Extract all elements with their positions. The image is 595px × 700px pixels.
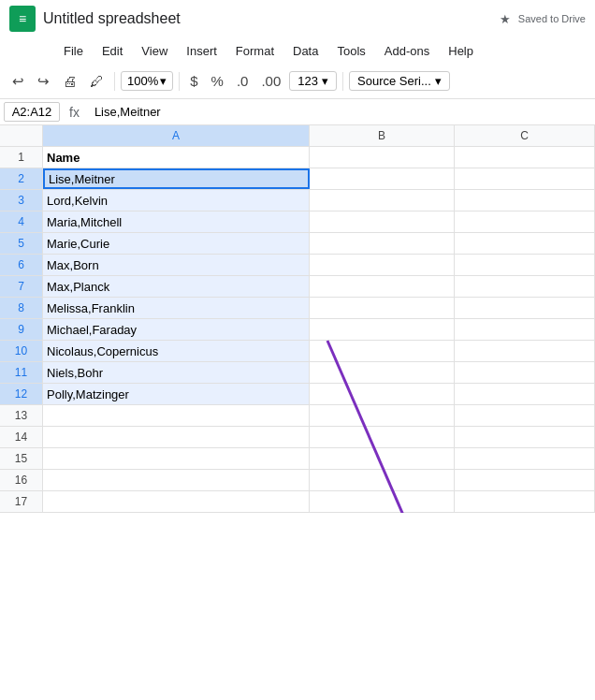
- row-number-7[interactable]: 7: [0, 276, 43, 297]
- undo-button[interactable]: ↩: [7, 70, 29, 93]
- cell-a-5[interactable]: Marie,Curie: [43, 233, 310, 254]
- row-number-15[interactable]: 15: [0, 448, 43, 469]
- cell-b-13[interactable]: [310, 405, 455, 426]
- cell-b-14[interactable]: [310, 427, 455, 447]
- cell-b-7[interactable]: [310, 276, 455, 297]
- table-row: 7Max,Planck: [0, 276, 595, 298]
- cell-a-1[interactable]: Name: [43, 147, 310, 168]
- dollar-button[interactable]: $: [185, 70, 202, 92]
- cell-c-13[interactable]: [455, 405, 595, 426]
- star-icon[interactable]: ★: [500, 12, 511, 26]
- cell-b-12[interactable]: [310, 384, 455, 404]
- cell-c-5[interactable]: [455, 233, 595, 254]
- menu-item-tools[interactable]: Tools: [329, 42, 372, 60]
- cell-a-17[interactable]: [43, 491, 310, 512]
- row-number-16[interactable]: 16: [0, 470, 43, 490]
- menu-item-file[interactable]: File: [56, 42, 91, 60]
- row-number-8[interactable]: 8: [0, 298, 43, 318]
- cell-c-8[interactable]: [455, 298, 595, 318]
- cell-a-7[interactable]: Max,Planck: [43, 276, 310, 297]
- cell-a-15[interactable]: [43, 448, 310, 469]
- cell-b-4[interactable]: [310, 211, 455, 232]
- cell-b-2[interactable]: [310, 168, 455, 189]
- sheets-logo: ≡: [9, 6, 36, 32]
- cell-a-3[interactable]: Lord,Kelvin: [43, 190, 310, 211]
- cell-c-12[interactable]: [455, 384, 595, 404]
- row-number-3[interactable]: 3: [0, 190, 43, 211]
- cell-a-14[interactable]: [43, 427, 310, 447]
- row-number-13[interactable]: 13: [0, 405, 43, 426]
- cell-b-6[interactable]: [310, 255, 455, 275]
- toolbar: ↩ ↪ 🖨 🖊 100% ▾ $ % .0 .00 123 ▾ Source S…: [0, 64, 595, 99]
- paint-button[interactable]: 🖊: [85, 70, 109, 92]
- cell-b-9[interactable]: [310, 319, 455, 340]
- menu-item-view[interactable]: View: [134, 42, 175, 60]
- formula-input[interactable]: Lise,Meitner: [89, 103, 591, 121]
- cell-b-11[interactable]: [310, 362, 455, 383]
- cell-a-2[interactable]: Lise,Meitner: [43, 168, 310, 189]
- cell-c-4[interactable]: [455, 211, 595, 232]
- cell-c-17[interactable]: [455, 491, 595, 512]
- cell-b-5[interactable]: [310, 233, 455, 254]
- spreadsheet-title[interactable]: Untitled spreadsheet: [43, 10, 492, 27]
- cell-a-10[interactable]: Nicolaus,Copernicus: [43, 341, 310, 361]
- cell-b-3[interactable]: [310, 190, 455, 211]
- cell-b-15[interactable]: [310, 448, 455, 469]
- cell-a-16[interactable]: [43, 470, 310, 490]
- row-number-10[interactable]: 10: [0, 341, 43, 361]
- col-header-c[interactable]: C: [455, 125, 595, 146]
- menu-item-edit[interactable]: Edit: [94, 42, 130, 60]
- redo-button[interactable]: ↪: [33, 70, 54, 93]
- row-number-2[interactable]: 2: [0, 168, 43, 189]
- decimal-one-button[interactable]: .0: [232, 70, 254, 92]
- menu-item-format[interactable]: Format: [228, 42, 282, 60]
- menu-item-help[interactable]: Help: [441, 42, 481, 60]
- cell-c-1[interactable]: [455, 147, 595, 168]
- cell-c-9[interactable]: [455, 319, 595, 340]
- row-number-9[interactable]: 9: [0, 319, 43, 340]
- cell-b-16[interactable]: [310, 470, 455, 490]
- percent-button[interactable]: %: [207, 70, 228, 92]
- cell-c-6[interactable]: [455, 255, 595, 275]
- row-number-17[interactable]: 17: [0, 491, 43, 512]
- row-number-14[interactable]: 14: [0, 427, 43, 447]
- row-number-1[interactable]: 1: [0, 147, 43, 168]
- col-header-b[interactable]: B: [310, 125, 455, 146]
- row-number-12[interactable]: 12: [0, 384, 43, 404]
- cell-a-8[interactable]: Melissa,Franklin: [43, 298, 310, 318]
- title-bar: ≡ Untitled spreadsheet ★ Saved to Drive: [0, 0, 595, 37]
- cell-b-8[interactable]: [310, 298, 455, 318]
- font-selector[interactable]: Source Seri... ▾: [349, 71, 450, 91]
- cell-b-17[interactable]: [310, 491, 455, 512]
- row-number-11[interactable]: 11: [0, 362, 43, 383]
- cell-c-15[interactable]: [455, 448, 595, 469]
- cell-c-10[interactable]: [455, 341, 595, 361]
- cell-a-13[interactable]: [43, 405, 310, 426]
- cell-a-6[interactable]: Max,Born: [43, 255, 310, 275]
- cell-b-1[interactable]: [310, 147, 455, 168]
- zoom-control[interactable]: 100% ▾: [121, 71, 173, 91]
- cell-c-14[interactable]: [455, 427, 595, 447]
- menu-item-data[interactable]: Data: [285, 42, 326, 60]
- row-number-6[interactable]: 6: [0, 255, 43, 275]
- print-button[interactable]: 🖨: [58, 70, 81, 92]
- format-selector[interactable]: 123 ▾: [289, 71, 337, 91]
- col-header-a[interactable]: A: [43, 125, 310, 146]
- cell-c-2[interactable]: [455, 168, 595, 189]
- cell-a-4[interactable]: Maria,Mitchell: [43, 211, 310, 232]
- menu-item-insert[interactable]: Insert: [179, 42, 225, 60]
- row-number-5[interactable]: 5: [0, 233, 43, 254]
- cell-c-7[interactable]: [455, 276, 595, 297]
- cell-c-11[interactable]: [455, 362, 595, 383]
- decimal-two-button[interactable]: .00: [256, 70, 285, 92]
- row-number-4[interactable]: 4: [0, 211, 43, 232]
- cell-a-11[interactable]: Niels,Bohr: [43, 362, 310, 383]
- cell-b-10[interactable]: [310, 341, 455, 361]
- cell-reference[interactable]: A2:A12: [4, 102, 60, 122]
- spreadsheet-area: A B C 1Name2Lise,Meitner3Lord,Kelvin4Mar…: [0, 125, 595, 513]
- cell-a-9[interactable]: Michael,Faraday: [43, 319, 310, 340]
- cell-c-16[interactable]: [455, 470, 595, 490]
- menu-item-add-ons[interactable]: Add-ons: [377, 42, 437, 60]
- cell-a-12[interactable]: Polly,Matzinger: [43, 384, 310, 404]
- cell-c-3[interactable]: [455, 190, 595, 211]
